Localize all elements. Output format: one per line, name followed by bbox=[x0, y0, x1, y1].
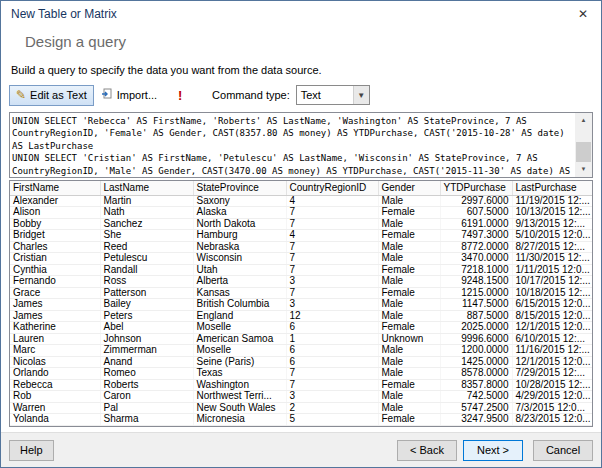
table-row: KatherineAbelMoselle6Female2025.000012/1… bbox=[10, 322, 593, 334]
cell: American Samoa bbox=[193, 333, 286, 345]
cell: 11/16/2015 12:... bbox=[512, 345, 593, 357]
cell: Marc bbox=[10, 345, 100, 357]
cell: James bbox=[10, 299, 100, 311]
cell: 6 bbox=[286, 345, 378, 357]
cell: Washington bbox=[193, 379, 286, 391]
table-row: MarcZimmermanMoselle6Male1200.000011/16/… bbox=[10, 345, 593, 357]
table-row: CristianPetulescuWisconsin7Male3470.0000… bbox=[10, 253, 593, 265]
command-type-label: Command type: bbox=[212, 89, 290, 101]
cell: Pal bbox=[100, 402, 193, 414]
cell: 3 bbox=[286, 391, 378, 403]
cell: Grace bbox=[10, 287, 100, 299]
table-row: BridgetSheHamburg4Female7497.30005/10/20… bbox=[10, 230, 593, 242]
window-title: New Table or Matrix bbox=[11, 7, 117, 21]
cell: 7/3/2015 12:0... bbox=[512, 402, 593, 414]
cell: Alison bbox=[10, 207, 100, 219]
cell: Warren bbox=[10, 402, 100, 414]
cell: New South Wales bbox=[193, 402, 286, 414]
back-button[interactable]: < Back bbox=[397, 440, 457, 461]
cell: Ross bbox=[100, 276, 193, 288]
table-row: AlisonNathAlaska7Female607.500010/13/201… bbox=[10, 207, 593, 219]
query-text[interactable]: UNION SELECT 'Rebecca' AS FirstName, 'Ro… bbox=[10, 113, 575, 177]
cell: 1/11/2015 12:0... bbox=[512, 264, 593, 276]
cell: 7 bbox=[286, 241, 378, 253]
cell: 6/10/2015 12:... bbox=[512, 333, 593, 345]
cell: Male bbox=[378, 299, 440, 311]
query-toolbar: ✎ Edit as Text Import... ! Command type:… bbox=[9, 84, 593, 106]
column-header-gender[interactable]: Gender bbox=[378, 181, 440, 195]
cell: Nicolas bbox=[10, 356, 100, 368]
grid-body: AlexanderMartinSaxony4Male2997.600011/19… bbox=[10, 195, 593, 425]
cell: 6 bbox=[286, 356, 378, 368]
cell: Roberts bbox=[100, 379, 193, 391]
scroll-down-icon[interactable]: ▼ bbox=[575, 162, 592, 177]
cell: 8578.0000 bbox=[440, 368, 512, 380]
help-button[interactable]: Help bbox=[9, 440, 54, 461]
cell: Bobby bbox=[10, 218, 100, 230]
edit-as-text-label: Edit as Text bbox=[30, 89, 87, 101]
cell: 7 bbox=[286, 287, 378, 299]
column-header-countryregionid[interactable]: CountryRegionID bbox=[286, 181, 378, 195]
cell: Micronesia bbox=[193, 414, 286, 426]
cell: 1215.0000 bbox=[440, 287, 512, 299]
next-button[interactable]: Next > bbox=[463, 440, 523, 461]
cell: Bridget bbox=[10, 230, 100, 242]
cell: 8357.8000 bbox=[440, 379, 512, 391]
cell: Wisconsin bbox=[193, 253, 286, 265]
cell: 1425.0000 bbox=[440, 356, 512, 368]
cell: James bbox=[10, 310, 100, 322]
cell: Hamburg bbox=[193, 230, 286, 242]
cell: Male bbox=[378, 218, 440, 230]
table-row: BobbySanchezNorth Dakota7Male6191.00009/… bbox=[10, 218, 593, 230]
cell: Male bbox=[378, 345, 440, 357]
cell: Sanchez bbox=[100, 218, 193, 230]
scrollbar-track[interactable] bbox=[575, 128, 592, 162]
cell: 7 bbox=[286, 264, 378, 276]
cell: Male bbox=[378, 241, 440, 253]
command-type-value: Text bbox=[297, 89, 353, 101]
grid-header-row: FirstNameLastNameStateProvinceCountryReg… bbox=[10, 181, 593, 195]
column-header-ytdpurchase[interactable]: YTDPurchase bbox=[440, 181, 512, 195]
column-header-stateprovince[interactable]: StateProvince bbox=[193, 181, 286, 195]
cell: Caron bbox=[100, 391, 193, 403]
wizard-instruction: Build a query to specify the data you wa… bbox=[11, 64, 601, 76]
table-row: RobCaronNorthwest Terri...3Male742.50004… bbox=[10, 391, 593, 403]
cell: 4/29/2015 12:0... bbox=[512, 391, 593, 403]
cell: Martin bbox=[100, 195, 193, 207]
cell: Sharma bbox=[100, 414, 193, 426]
cell: 887.5000 bbox=[440, 310, 512, 322]
cell: 4 bbox=[286, 230, 378, 242]
cell: Cynthia bbox=[10, 264, 100, 276]
column-header-lastname[interactable]: LastName bbox=[100, 181, 193, 195]
cell: 3 bbox=[286, 276, 378, 288]
scrollbar-thumb[interactable] bbox=[576, 142, 591, 162]
cell: Rob bbox=[10, 391, 100, 403]
run-query-button[interactable]: ! bbox=[170, 85, 190, 106]
cell: Petulescu bbox=[100, 253, 193, 265]
cell: 7/29/2015 12:... bbox=[512, 368, 593, 380]
cell: Northwest Terri... bbox=[193, 391, 286, 403]
cell: 12 bbox=[286, 310, 378, 322]
close-icon[interactable]: ✕ bbox=[573, 7, 593, 23]
cell: Abel bbox=[100, 322, 193, 334]
cell: North Dakota bbox=[193, 218, 286, 230]
import-button[interactable]: Import... bbox=[94, 85, 164, 106]
command-type-select[interactable]: Text ▼ bbox=[296, 85, 370, 105]
edit-as-text-button[interactable]: ✎ Edit as Text bbox=[9, 85, 94, 106]
cell: Texas bbox=[193, 368, 286, 380]
cell: England bbox=[193, 310, 286, 322]
table-row: NicolasAnandSeine (Paris)6Male1425.00001… bbox=[10, 356, 593, 368]
column-header-lastpurchase[interactable]: LastPurchase bbox=[512, 181, 593, 195]
scroll-up-icon[interactable]: ▲ bbox=[575, 113, 592, 128]
table-row: CharlesReedNebraska7Male8772.00008/27/20… bbox=[10, 241, 593, 253]
cancel-button[interactable]: Cancel bbox=[533, 440, 593, 461]
query-scrollbar[interactable]: ▲ ▼ bbox=[575, 113, 592, 177]
cell: 3470.0000 bbox=[440, 253, 512, 265]
cell: British Columbia bbox=[193, 299, 286, 311]
column-header-firstname[interactable]: FirstName bbox=[10, 181, 100, 195]
cell: Male bbox=[378, 195, 440, 207]
cell: 742.5000 bbox=[440, 391, 512, 403]
cell: Moselle bbox=[193, 322, 286, 334]
cell: Charles bbox=[10, 241, 100, 253]
edit-pencil-icon: ✎ bbox=[16, 89, 26, 101]
